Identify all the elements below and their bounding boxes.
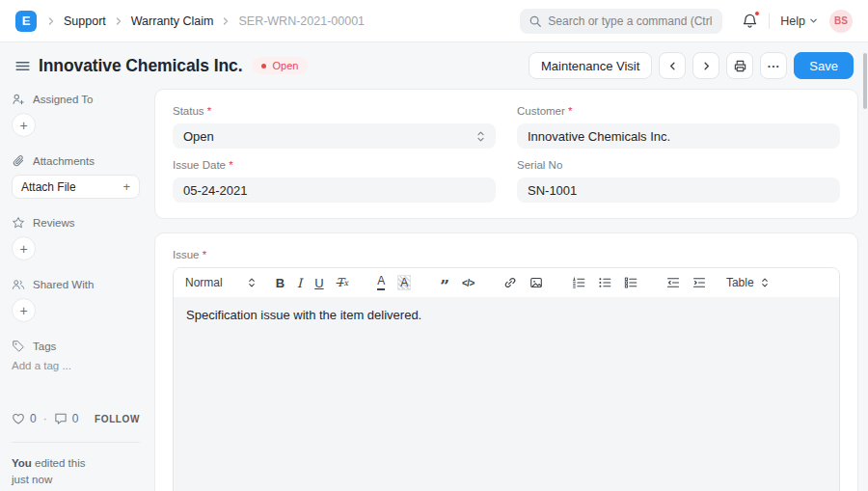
assigned-to-label: Assigned To (33, 94, 93, 105)
text-color-button[interactable]: A (377, 275, 385, 289)
prev-document-button[interactable] (659, 52, 686, 79)
bullet-list-button[interactable] (598, 276, 611, 289)
engagement-bar: 0 · 0 FOLLOW (12, 412, 140, 425)
add-tag-input[interactable]: Add a tag ... (12, 360, 140, 371)
more-options-button[interactable]: ... (760, 52, 787, 79)
table-menu[interactable]: Table (726, 276, 769, 289)
insert-image-button[interactable] (529, 276, 543, 289)
check-list-button[interactable] (624, 276, 637, 289)
navbar: E Support Warranty Claim SER-WRN-2021-00… (0, 0, 868, 42)
follow-button[interactable]: FOLLOW (95, 414, 140, 424)
required-marker: * (229, 159, 232, 171)
add-review-button[interactable]: + (12, 236, 36, 260)
search-input[interactable] (548, 14, 714, 28)
issue-date-value: 05-24-2021 (183, 183, 248, 198)
bold-button[interactable]: B (276, 276, 285, 290)
code-button[interactable]: </> (462, 278, 475, 288)
shared-with-section: Shared With (12, 278, 140, 291)
indent-button[interactable] (692, 276, 706, 289)
tags-label: Tags (33, 341, 56, 352)
underline-button[interactable]: U (314, 276, 323, 290)
add-share-button[interactable]: + (12, 298, 36, 322)
print-button[interactable] (726, 52, 753, 79)
breadcrumb-warranty-claim[interactable]: Warranty Claim (131, 14, 214, 28)
page-title: Innovative Chemicals Inc. (39, 56, 242, 76)
link-button[interactable] (503, 276, 517, 289)
chevron-right-icon (221, 16, 231, 26)
customer-field-label: Customer (517, 105, 565, 117)
add-assignment-button[interactable]: + (12, 113, 36, 137)
status-badge-label: Open (272, 60, 298, 71)
required-marker: * (568, 105, 572, 117)
page-actions: Maintenance Visit ... Save (529, 52, 854, 79)
search-icon (529, 14, 542, 28)
status-value: Open (183, 129, 214, 144)
chevron-right-icon (701, 61, 712, 71)
help-menu[interactable]: Help (780, 14, 818, 28)
breadcrumb-document-id[interactable]: SER-WRN-2021-00001 (238, 14, 365, 28)
table-menu-label: Table (726, 276, 754, 289)
status-dot-icon (261, 64, 266, 68)
dot-separator: · (43, 412, 47, 425)
shared-with-label: Shared With (33, 279, 94, 290)
clear-format-button[interactable]: Tx (337, 276, 349, 289)
notifications-button[interactable] (742, 13, 758, 29)
outdent-icon (666, 276, 680, 289)
chevron-down-icon (809, 16, 818, 25)
menu-icon (14, 58, 31, 74)
status-badge: Open (252, 57, 308, 74)
like-count: 0 (30, 412, 37, 425)
form-body: Status * Open Customer * Innovative Chem… (154, 89, 858, 491)
tag-icon (12, 340, 25, 353)
activity-actor: You (12, 457, 32, 469)
serial-no-value: SN-1001 (528, 183, 577, 198)
issue-editor-content[interactable]: Specification issue with the item delive… (174, 297, 839, 491)
link-icon (503, 276, 517, 289)
issue-field-label: Issue (173, 249, 200, 260)
blockquote-button[interactable]: ” (440, 283, 449, 289)
assign-user-icon (12, 93, 25, 106)
like-icon[interactable] (12, 412, 25, 425)
assigned-to-section: Assigned To (12, 93, 140, 106)
attachments-section: Attachments (12, 154, 140, 168)
ordered-list-button[interactable] (572, 276, 585, 289)
issue-date-field: Issue Date * 05-24-2021 (173, 159, 496, 203)
issue-date-input[interactable]: 05-24-2021 (173, 177, 496, 203)
image-icon (529, 276, 543, 289)
navbar-divider (769, 14, 770, 29)
app-window: E Support Warranty Claim SER-WRN-2021-00… (0, 0, 868, 491)
ellipsis-icon: ... (768, 57, 780, 70)
scrollbar-thumb[interactable] (863, 53, 867, 109)
star-icon (12, 216, 25, 230)
customer-input[interactable]: Innovative Chemicals Inc. (517, 123, 840, 149)
attach-file-label: Attach File (21, 180, 76, 194)
comment-count: 0 (72, 412, 79, 425)
required-marker: * (207, 105, 211, 117)
maintenance-visit-button[interactable]: Maintenance Visit (529, 52, 652, 79)
tags-section: Tags (12, 340, 140, 353)
serial-no-input[interactable]: SN-1001 (517, 177, 840, 203)
background-color-button[interactable]: A (397, 275, 411, 290)
next-document-button[interactable] (692, 52, 719, 79)
help-label: Help (780, 14, 805, 28)
page-head: Innovative Chemicals Inc. Open Maintenan… (0, 42, 868, 89)
status-field-label: Status (173, 105, 204, 117)
sidebar-toggle-button[interactable] (14, 58, 31, 74)
select-chevrons-icon (476, 130, 485, 143)
required-marker: * (203, 249, 206, 260)
breadcrumb-support[interactable]: Support (64, 14, 106, 28)
app-logo[interactable]: E (15, 11, 37, 32)
attach-file-button[interactable]: Attach File + (12, 175, 140, 199)
save-button[interactable]: Save (794, 52, 854, 79)
paragraph-style-select[interactable]: Normal (185, 276, 256, 289)
printer-icon (733, 59, 747, 73)
rich-text-editor: Normal B I U Tx A A ” </> (173, 267, 840, 491)
user-avatar[interactable]: BS (829, 10, 853, 33)
global-search[interactable] (520, 9, 722, 34)
outdent-button[interactable] (666, 276, 680, 289)
customer-value: Innovative Chemicals Inc. (528, 129, 670, 144)
activity-action: edited this (32, 457, 86, 469)
italic-button[interactable]: I (297, 276, 302, 290)
status-select[interactable]: Open (173, 123, 496, 149)
comment-icon[interactable] (54, 412, 68, 425)
